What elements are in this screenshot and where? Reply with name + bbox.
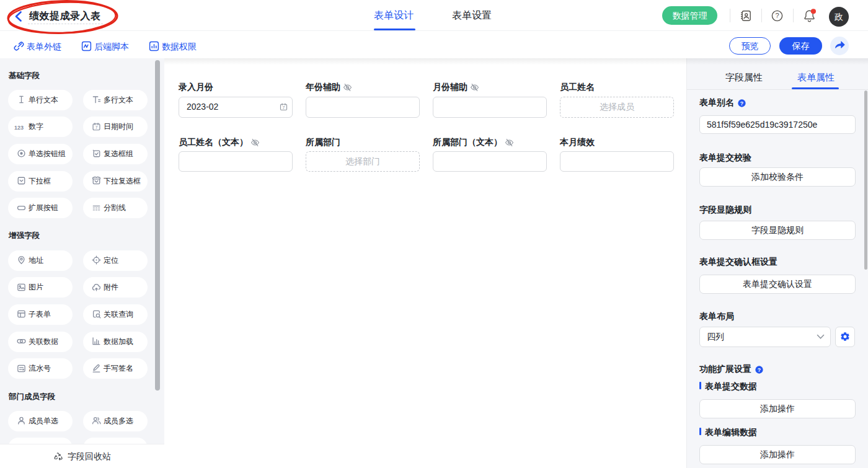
- svg-text:7: 7: [283, 105, 285, 110]
- svg-text:7: 7: [95, 125, 98, 130]
- svg-text:?: ?: [775, 12, 779, 19]
- svg-text:?: ?: [740, 100, 743, 106]
- svg-text:123: 123: [14, 124, 24, 130]
- svg-text:?: ?: [758, 366, 761, 373]
